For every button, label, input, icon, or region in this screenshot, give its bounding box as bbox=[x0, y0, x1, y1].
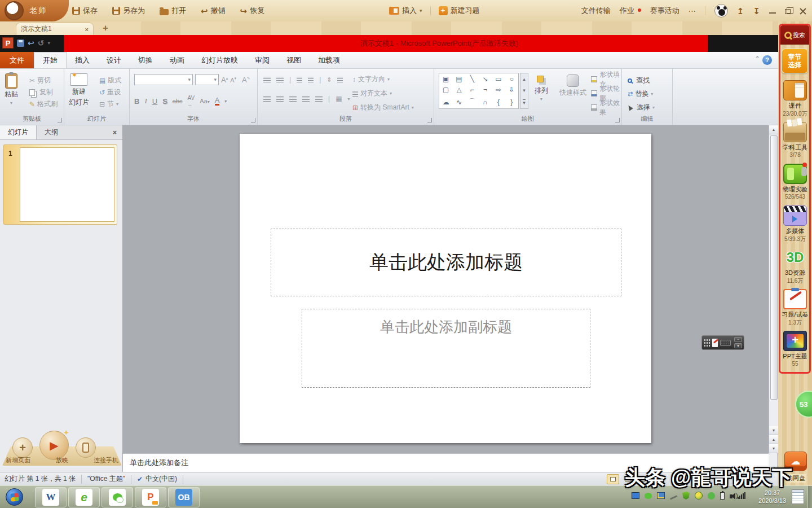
insert-button[interactable]: 插入 ▾ bbox=[389, 6, 422, 16]
italic-button[interactable]: I bbox=[144, 97, 147, 106]
align-right-icon[interactable] bbox=[289, 96, 297, 102]
wechat-tray-icon[interactable] bbox=[645, 493, 652, 499]
numbering-icon[interactable] bbox=[276, 77, 284, 82]
shapes-gallery[interactable]: ▣▤ ╲↘ ▭○ ▢△ ⌐¬ ⇨⇩ ☁∿ ⌒∩ {} bbox=[439, 73, 519, 109]
tab-view[interactable]: 视图 bbox=[278, 52, 310, 68]
tab-slides[interactable]: 幻灯片 bbox=[0, 125, 37, 139]
slide-thumbnail[interactable]: 1 bbox=[3, 144, 117, 225]
network-signal-icon[interactable] bbox=[738, 492, 745, 499]
minimize-icon[interactable] bbox=[769, 8, 776, 14]
tab-design[interactable]: 设计 bbox=[98, 52, 130, 68]
taskbar-ob[interactable]: OB bbox=[168, 487, 200, 507]
taskbar-word[interactable]: W bbox=[35, 487, 67, 507]
open-button[interactable]: 打开 bbox=[160, 6, 186, 16]
download-icon[interactable]: ↧ bbox=[753, 7, 760, 15]
new-slide-button[interactable]: ✷ 新建 幻灯片 bbox=[69, 73, 89, 107]
sidebar-search-button[interactable]: 搜索 bbox=[780, 25, 809, 45]
change-case-button[interactable]: Aa▾ bbox=[200, 98, 209, 104]
copy-button[interactable]: 复制 bbox=[29, 86, 58, 98]
dialog-launcher-icon[interactable] bbox=[58, 118, 62, 122]
tab-animations[interactable]: 动画 bbox=[161, 52, 193, 68]
scroll-up-icon[interactable]: ▴ bbox=[769, 125, 778, 134]
sidebar-item-courseware[interactable]: 课件 23/30.0万 bbox=[780, 80, 810, 118]
qat-customize-icon[interactable]: ▾ bbox=[47, 41, 50, 46]
language-indicator[interactable]: 中文(中国) bbox=[145, 474, 177, 484]
close-icon[interactable] bbox=[800, 7, 806, 14]
connect-phone-button[interactable] bbox=[76, 437, 96, 458]
taskbar-wechat[interactable] bbox=[102, 487, 133, 507]
display-icon[interactable] bbox=[632, 492, 639, 499]
bullets-icon[interactable] bbox=[263, 77, 271, 82]
tab-transitions[interactable]: 切换 bbox=[130, 52, 161, 68]
layout-button[interactable]: ▤ 版式 bbox=[99, 75, 121, 86]
panel-close-icon[interactable]: × bbox=[107, 125, 122, 139]
increase-indent-icon[interactable] bbox=[308, 77, 314, 82]
taskbar-ppt-app[interactable]: P bbox=[135, 487, 166, 507]
subtitle-placeholder[interactable]: 单击此处添加副标题 bbox=[302, 309, 590, 388]
sidebar-item-physics-lab[interactable]: 物理实验 526/543 bbox=[780, 164, 810, 200]
underline-button[interactable]: U bbox=[152, 97, 157, 106]
avatar[interactable] bbox=[714, 4, 728, 17]
qat-redo-icon[interactable]: ↺ bbox=[38, 39, 45, 47]
justify-icon[interactable] bbox=[302, 96, 310, 102]
tab-addins[interactable]: 加载项 bbox=[310, 52, 348, 68]
minibar-minimize-icon[interactable]: － bbox=[734, 337, 742, 342]
undo-button[interactable]: ↩ 撤销 bbox=[201, 6, 226, 16]
decrease-indent-icon[interactable] bbox=[297, 77, 302, 82]
align-center-icon[interactable] bbox=[276, 96, 284, 102]
file-transfer-button[interactable]: 文件传输 bbox=[581, 6, 611, 16]
vertical-scrollbar[interactable]: ▴ ▾ ▴ ▾ bbox=[769, 125, 778, 453]
sidebar-item-multimedia[interactable]: 多媒体 5/39.3万 bbox=[780, 205, 810, 243]
more-button[interactable]: ⋯ bbox=[689, 7, 696, 15]
clear-formatting-button[interactable]: A✎ bbox=[242, 76, 250, 84]
reset-button[interactable]: ↺ 重设 bbox=[99, 86, 121, 98]
grow-font-button[interactable]: A▴ bbox=[221, 76, 228, 84]
homework-button[interactable]: 作业 bbox=[620, 6, 641, 16]
font-size-select[interactable]: ▾ bbox=[195, 74, 219, 85]
tab-insert[interactable]: 插入 bbox=[67, 52, 98, 68]
columns-icon[interactable]: ▦ bbox=[336, 95, 342, 103]
save-button[interactable]: 保存 bbox=[72, 6, 98, 16]
sidebar-item-3d-resources[interactable]: 3D 3D资源 11.6万 bbox=[780, 247, 810, 285]
restore-icon[interactable] bbox=[785, 9, 791, 14]
tab-review[interactable]: 审阅 bbox=[246, 52, 278, 68]
new-exercise-button[interactable]: + 新建习题 bbox=[439, 6, 480, 16]
next-slide-icon[interactable]: ▾ bbox=[769, 444, 778, 453]
title-placeholder[interactable]: 单击此处添加标题 bbox=[271, 229, 621, 296]
align-left-icon[interactable] bbox=[263, 96, 271, 102]
show-desktop-button[interactable] bbox=[807, 486, 812, 508]
text-direction-button[interactable]: ↕ 文字方向 ▾ bbox=[352, 73, 414, 85]
font-family-select[interactable]: ▾ bbox=[134, 74, 193, 85]
save-as-button[interactable]: 另存为 bbox=[112, 6, 145, 16]
scrollbar-thumb[interactable] bbox=[770, 135, 778, 400]
upload-icon[interactable]: ↥ bbox=[737, 7, 744, 15]
speaker-icon[interactable] bbox=[730, 494, 732, 498]
format-painter-button[interactable]: ✎ 格式刷 bbox=[29, 98, 58, 110]
bold-button[interactable]: B bbox=[134, 97, 139, 106]
keyboard-icon[interactable] bbox=[720, 340, 731, 346]
tab-file[interactable]: 文件 bbox=[0, 52, 34, 68]
quick-styles-button[interactable]: 快速样式 bbox=[559, 75, 586, 98]
pen-document-icon[interactable] bbox=[712, 339, 718, 347]
shapes-scroll[interactable]: ▴▾▾ bbox=[520, 73, 528, 109]
replace-button[interactable]: ⇄ 替换 ▾ bbox=[628, 88, 655, 100]
qat-undo-icon[interactable]: ↩ bbox=[28, 39, 34, 47]
qat-save-icon[interactable] bbox=[17, 40, 24, 47]
smartart-button[interactable]: ⊞ 转换为 SmartArt ▾ bbox=[352, 102, 414, 113]
shrink-font-button[interactable]: A▾ bbox=[230, 76, 236, 84]
arrange-button[interactable]: 排列 ▾ bbox=[535, 75, 548, 102]
add-page-button[interactable]: + bbox=[12, 437, 33, 458]
cut-button[interactable]: ✂ 剪切 bbox=[29, 75, 58, 86]
dialog-launcher-icon[interactable] bbox=[615, 118, 620, 122]
select-button[interactable]: 选择 ▾ bbox=[628, 102, 655, 113]
sidebar-item-subject-tools[interactable]: 学科工具 3/78 bbox=[780, 122, 810, 158]
green-tray-icon[interactable] bbox=[708, 492, 715, 500]
shape-effects-button[interactable]: 形状效果 bbox=[591, 102, 621, 113]
ribbon-collapse-icon[interactable]: ˆ bbox=[756, 55, 758, 64]
tab-outline[interactable]: 大纲 bbox=[37, 125, 66, 139]
previous-slide-icon[interactable]: ▴ bbox=[769, 435, 778, 444]
sidebar-item-ppt-themes[interactable]: PPT主题 55 bbox=[780, 331, 810, 367]
distribute-icon[interactable] bbox=[315, 96, 323, 102]
paste-button[interactable]: 粘贴 ▾ bbox=[5, 73, 18, 106]
font-color-button[interactable]: A bbox=[215, 97, 220, 106]
